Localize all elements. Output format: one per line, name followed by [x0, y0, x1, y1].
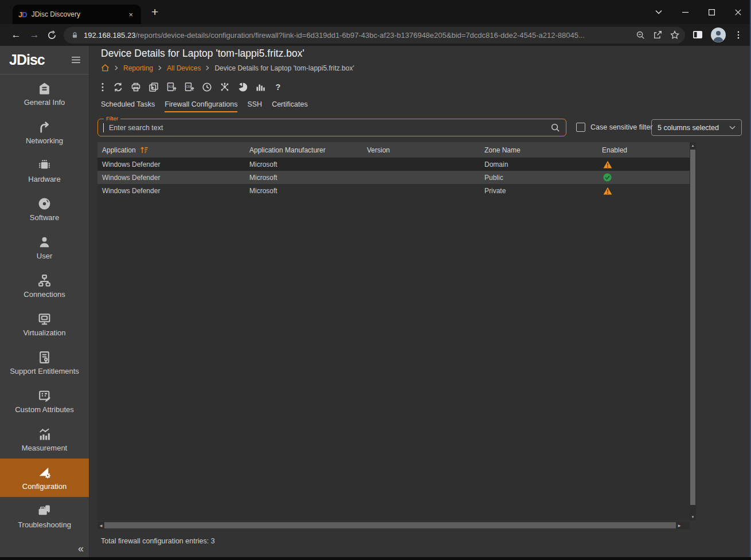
table-row[interactable]: Windows DefenderMicrosoftPublic: [97, 171, 690, 184]
column-header-application[interactable]: Application: [97, 146, 245, 154]
tab-scheduled-tasks[interactable]: Scheduled Tasks: [101, 100, 155, 112]
main-content: Device Details for Laptop 'tom-lappi5.fr…: [89, 46, 751, 557]
topology-icon[interactable]: [220, 82, 230, 92]
report-tabs: Scheduled TasksFirewall ConfigurationsSS…: [101, 100, 308, 112]
sidebar-item-configuration[interactable]: Configuration: [0, 459, 89, 497]
scroll-right-icon[interactable]: ▶: [676, 523, 683, 527]
bookmark-star-icon[interactable]: [670, 30, 679, 40]
sort-ascending-icon[interactable]: [140, 146, 148, 154]
sidebar-item-label: Support Entitlements: [10, 367, 79, 375]
printer-icon[interactable]: [131, 82, 141, 92]
scroll-left-icon[interactable]: ◀: [97, 523, 104, 527]
table-body: Windows DefenderMicrosoftDomainWindows D…: [97, 158, 690, 197]
window-maximize-button[interactable]: [698, 0, 725, 24]
window-minimize-button[interactable]: [672, 0, 698, 24]
filter-field-label: Filter: [104, 115, 120, 122]
chevron-down-icon: [729, 126, 736, 130]
chevron-right-icon: [158, 65, 162, 71]
case-sensitive-checkbox[interactable]: [576, 123, 585, 132]
table-row[interactable]: Windows DefenderMicrosoftPrivate: [97, 184, 690, 197]
firewall-table: ApplicationApplication ManufacturerVersi…: [97, 142, 690, 520]
new-tab-button[interactable]: +: [148, 4, 162, 20]
breadcrumb-all-devices[interactable]: All Devices: [167, 64, 201, 72]
sidebar-item-networking[interactable]: Networking: [0, 113, 89, 151]
breadcrumb-reporting[interactable]: Reporting: [123, 64, 153, 72]
home-icon[interactable]: [101, 64, 109, 72]
sidebar-item-custom-attributes[interactable]: Custom Attributes: [0, 382, 89, 420]
share-icon[interactable]: [653, 30, 662, 40]
jdisc-favicon-icon: JD: [18, 10, 27, 19]
sidebar-item-label: Connections: [24, 290, 65, 299]
sidebar-item-label: Software: [30, 213, 59, 222]
horizontal-scrollbar-thumb[interactable]: [104, 522, 676, 528]
sidebar-item-troubleshooting[interactable]: Troubleshooting: [0, 497, 89, 535]
avatar[interactable]: [711, 28, 726, 42]
sidebar-item-general-info[interactable]: General Info: [0, 75, 89, 113]
column-header-enabled[interactable]: Enabled: [597, 146, 684, 154]
sidebar-nav: General InfoNetworkingHardwareSoftwareUs…: [0, 75, 89, 535]
window-close-button[interactable]: [725, 0, 751, 24]
export-xls-icon[interactable]: XLS: [166, 82, 177, 92]
sidebar-item-software[interactable]: Software: [0, 190, 89, 228]
search-input[interactable]: [104, 124, 548, 132]
tab-search-chevron-icon[interactable]: [646, 0, 672, 24]
back-button[interactable]: ←: [9, 29, 23, 41]
enabled-warning-icon: [597, 187, 684, 195]
search-icon[interactable]: [548, 123, 566, 132]
cell-manufacturer: Microsoft: [245, 187, 362, 195]
sidebar-item-label: Measurement: [22, 444, 67, 452]
tab-firewall-configurations[interactable]: Firewall Configurations: [165, 100, 237, 112]
copy-add-icon[interactable]: [148, 82, 159, 92]
cell-zone: Domain: [480, 160, 597, 169]
export-csv-icon[interactable]: CSV: [184, 82, 194, 92]
column-header-application-manufacturer[interactable]: Application Manufacturer: [245, 146, 362, 154]
kebab-menu-icon[interactable]: [100, 82, 105, 92]
sidebar-item-support-entitlements[interactable]: Support Entitlements: [0, 343, 89, 382]
column-header-version[interactable]: Version: [362, 146, 480, 154]
browser-navbar: ← → 192.168.185.23/reports/device-detail…: [0, 24, 751, 46]
scroll-down-icon[interactable]: ▼: [690, 514, 696, 520]
cell-application: Windows Defender: [97, 174, 245, 182]
jdisc-logo: JDisc: [9, 52, 71, 68]
measurement-icon: [37, 427, 52, 441]
forward-button[interactable]: →: [28, 29, 41, 41]
sidebar-item-label: Hardware: [28, 175, 60, 183]
bar-chart-icon[interactable]: [255, 82, 265, 92]
browser-menu-icon[interactable]: [734, 30, 745, 40]
sidebar-item-virtualization[interactable]: Virtualization: [0, 305, 89, 343]
sidebar-item-label: Troubleshooting: [18, 520, 71, 529]
sidebar-item-hardware[interactable]: Hardware: [0, 151, 89, 190]
columns-select-value: 5 columns selected: [658, 124, 729, 132]
horizontal-scrollbar[interactable]: ◀ ▶: [97, 522, 690, 529]
browser-tab-title: JDisc Discovery: [32, 10, 127, 18]
column-header-zone-name[interactable]: Zone Name: [480, 146, 597, 154]
side-panel-icon[interactable]: [693, 30, 703, 40]
filter-field[interactable]: Filter: [97, 119, 566, 136]
vertical-scrollbar[interactable]: ▲ ▼: [690, 142, 696, 520]
tab-close-icon[interactable]: ×: [126, 10, 135, 19]
sidebar-item-user[interactable]: User: [0, 228, 89, 267]
lock-icon[interactable]: [71, 32, 79, 39]
browser-tab[interactable]: JD JDisc Discovery ×: [13, 5, 141, 24]
sidebar-item-measurement[interactable]: Measurement: [0, 420, 89, 459]
user-icon: [37, 235, 52, 249]
table-header-row: ApplicationApplication ManufacturerVersi…: [97, 142, 690, 158]
clock-icon[interactable]: [202, 82, 212, 92]
virtualization-icon: [37, 312, 52, 326]
zoom-out-icon[interactable]: [636, 30, 645, 40]
hamburger-menu-icon[interactable]: [71, 56, 81, 64]
scroll-up-icon[interactable]: ▲: [690, 142, 696, 149]
vertical-scrollbar-thumb[interactable]: [690, 150, 695, 505]
refresh-icon[interactable]: [113, 82, 123, 92]
table-row[interactable]: Windows DefenderMicrosoftDomain: [97, 158, 690, 171]
url-bar[interactable]: 192.168.185.23/reports/device-details/co…: [64, 27, 685, 44]
columns-select[interactable]: 5 columns selected: [651, 119, 742, 136]
reload-button[interactable]: [47, 30, 57, 40]
tab-certificates[interactable]: Certificates: [272, 100, 308, 112]
sidebar-item-connections[interactable]: Connections: [0, 267, 89, 305]
sidebar-collapse-icon[interactable]: «: [78, 543, 84, 555]
tab-ssh[interactable]: SSH: [247, 100, 262, 112]
pie-chart-icon[interactable]: [237, 82, 248, 92]
help-icon[interactable]: ?: [273, 82, 283, 92]
sidebar: JDisc General InfoNetworkingHardwareSoft…: [0, 46, 89, 557]
